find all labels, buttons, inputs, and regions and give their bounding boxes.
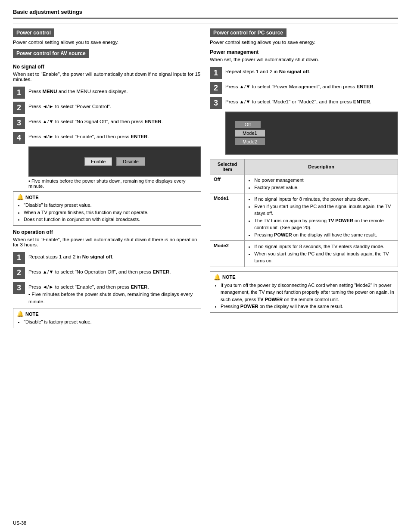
table-desc-mode2: If no signal inputs for 8 seconds, the T…	[245, 241, 398, 267]
note-item: When a TV program finishes, this functio…	[24, 209, 197, 216]
enable-button: Enable	[84, 157, 112, 166]
disable-button: Disable	[116, 157, 145, 166]
pc-desc: Power control setting allows you to save…	[210, 40, 398, 45]
no-op-step-3: 3 Press ◄/► to select "Enable", and then…	[13, 282, 201, 306]
note-item: Does not function in conjunction with di…	[24, 216, 197, 223]
power-mgmt-desc: When set, the power will automatically s…	[210, 57, 398, 62]
step-text-3: Press ▲/▼ to select "No Signal Off", and…	[28, 116, 163, 125]
note-icon-pc: 🔔	[214, 274, 221, 280]
pc-step-text-1: Repeat steps 1 and 2 in No signal off.	[225, 66, 311, 75]
no-signal-title: No signal off	[13, 64, 201, 70]
pc-step-text-3: Press ▲/▼ to select "Mode1" or "Mode2", …	[225, 96, 371, 106]
note-header: 🔔 NOTE	[17, 194, 197, 200]
note-label: NOTE	[25, 195, 39, 200]
no-op-desc: When set to "Enable", the power will aut…	[13, 237, 201, 247]
step-text-4: Press ◄/► to select "Enable", and then p…	[28, 131, 149, 140]
note-label-2: NOTE	[25, 311, 39, 317]
step-4: 4 Press ◄/► to select "Enable", and then…	[13, 131, 201, 144]
note-label-pc: NOTE	[222, 274, 236, 280]
pc-step-1: 1 Repeat steps 1 and 2 in No signal off.	[210, 66, 398, 79]
note-icon-2: 🔔	[17, 311, 24, 317]
no-signal-notes: "Disable" is factory preset value. When …	[17, 202, 197, 223]
page-footer: US-38	[13, 520, 26, 526]
screen-item-off: Off	[235, 121, 261, 128]
step-num-4: 4	[13, 132, 25, 144]
table-item-mode2: Mode2	[210, 241, 245, 267]
step-3: 3 Press ▲/▼ to select "No Signal Off", a…	[13, 116, 201, 129]
no-op-step-num-3: 3	[13, 282, 25, 294]
right-column: Power control for PC source Power contro…	[210, 28, 398, 331]
main-desc: Power control setting allows you to save…	[13, 40, 201, 45]
av-screen-mock: Enable Disable	[28, 146, 201, 177]
page: Basic adjustment settings Power control …	[0, 0, 411, 532]
table-desc-mode1: If no signal inputs for 8 minutes, the p…	[245, 193, 398, 241]
note-item: "Disable" is factory preset value.	[24, 318, 197, 326]
table-item-mode1: Mode1	[210, 193, 245, 241]
left-column: Power control Power control setting allo…	[13, 28, 201, 331]
screen-item-mode1: Mode1	[235, 130, 265, 137]
table-row-off: Off No power management Factory preset v…	[210, 174, 398, 193]
table-desc-off: No power management Factory preset value…	[245, 174, 398, 193]
no-op-step-num-1: 1	[13, 252, 25, 264]
no-op-step-text-3: Press ◄/► to select "Enable", and then p…	[28, 282, 201, 306]
no-op-step-num-2: 2	[13, 267, 25, 279]
pc-step-num-3: 3	[210, 97, 222, 109]
screen-item-mode2: Mode2	[235, 138, 265, 145]
note-header-2: 🔔 NOTE	[17, 311, 197, 317]
main-header: Power control	[13, 28, 54, 37]
footer-page: 38	[21, 520, 26, 526]
desc-table: Selected item Description Off No power m…	[210, 159, 398, 267]
note-header-pc: 🔔 NOTE	[214, 274, 394, 280]
page-title: Basic adjustment settings	[13, 9, 398, 19]
step-2: 2 Press ◄/► to select "Power Control".	[13, 101, 201, 114]
no-signal-note-box: 🔔 NOTE "Disable" is factory preset value…	[13, 191, 201, 226]
note-item: Pressing POWER on the display will have …	[221, 303, 394, 310]
step-1: 1 Press MENU and the MENU screen display…	[13, 86, 201, 99]
note-item: If you turn off the power by disconnecti…	[221, 282, 394, 303]
pc-step-3: 3 Press ▲/▼ to select "Mode1" or "Mode2"…	[210, 96, 398, 109]
no-op-step-text-1: Repeat steps 1 and 2 in No signal off.	[28, 252, 114, 261]
table-header-item: Selected item	[210, 159, 245, 174]
note-icon: 🔔	[17, 194, 24, 200]
pc-step-num-2: 2	[210, 82, 222, 94]
no-op-title: No operation off	[13, 229, 201, 235]
power-mgmt-title: Power management	[210, 49, 398, 55]
step-text-2: Press ◄/► to select "Power Control".	[28, 101, 111, 110]
note-item: "Disable" is factory preset value.	[24, 202, 197, 209]
footer-region: US	[13, 520, 19, 526]
step-num-1: 1	[13, 87, 25, 99]
pc-step-text-2: Press ▲/▼ to select "Power Management", …	[225, 81, 375, 90]
no-op-step-2: 2 Press ▲/▼ to select "No Operation Off"…	[13, 267, 201, 279]
pc-step-2: 2 Press ▲/▼ to select "Power Management"…	[210, 81, 398, 94]
no-op-note-box: 🔔 NOTE "Disable" is factory preset value…	[13, 308, 201, 328]
no-op-step-text-2: Press ▲/▼ to select "No Operation Off", …	[28, 267, 171, 276]
pc-step-num-1: 1	[210, 67, 222, 79]
av-header: Power control for AV source	[13, 49, 89, 58]
step-num-2: 2	[13, 102, 25, 114]
table-row-mode2: Mode2 If no signal inputs for 8 seconds,…	[210, 241, 398, 267]
screen-note: • Five minutes before the power shuts do…	[28, 178, 201, 189]
table-item-off: Off	[210, 174, 245, 193]
step-text-1: Press MENU and the MENU screen displays.	[28, 86, 128, 95]
no-signal-desc: When set to "Enable", the power will aut…	[13, 72, 201, 82]
pc-header: Power control for PC source	[210, 28, 286, 37]
table-row-mode1: Mode1 If no signal inputs for 8 minutes,…	[210, 193, 398, 241]
no-op-step-1: 1 Repeat steps 1 and 2 in No signal off.	[13, 252, 201, 264]
pc-notes: If you turn off the power by disconnecti…	[214, 282, 394, 310]
table-header-desc: Description	[245, 159, 398, 174]
no-op-notes: "Disable" is factory preset value.	[17, 318, 197, 326]
pc-screen-mock: Off Mode1 Mode2	[225, 112, 398, 155]
pc-note-box: 🔔 NOTE If you turn off the power by disc…	[210, 271, 398, 313]
step-num-3: 3	[13, 117, 25, 129]
